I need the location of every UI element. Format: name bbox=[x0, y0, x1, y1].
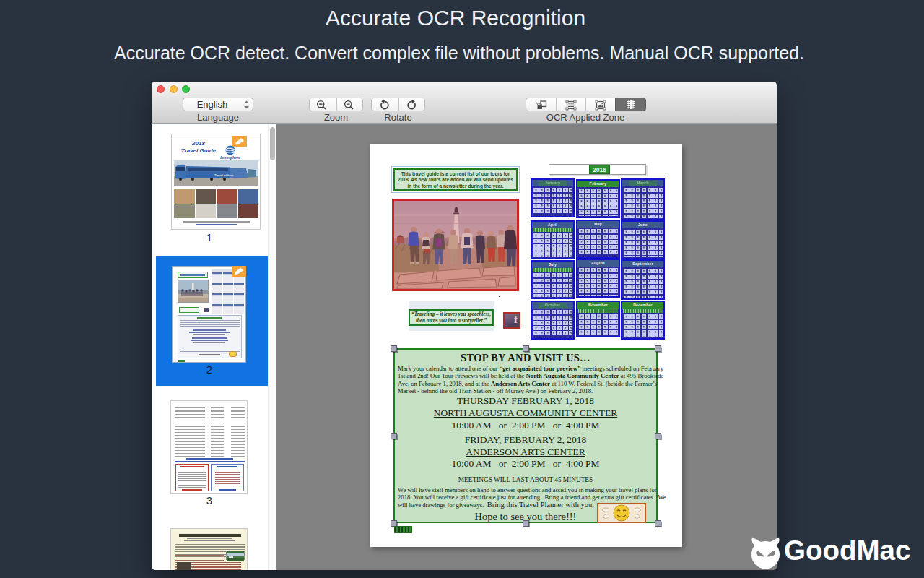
svg-text:Travel with us: Travel with us bbox=[214, 173, 234, 177]
svg-text:Ionosphere: Ionosphere bbox=[219, 155, 240, 160]
